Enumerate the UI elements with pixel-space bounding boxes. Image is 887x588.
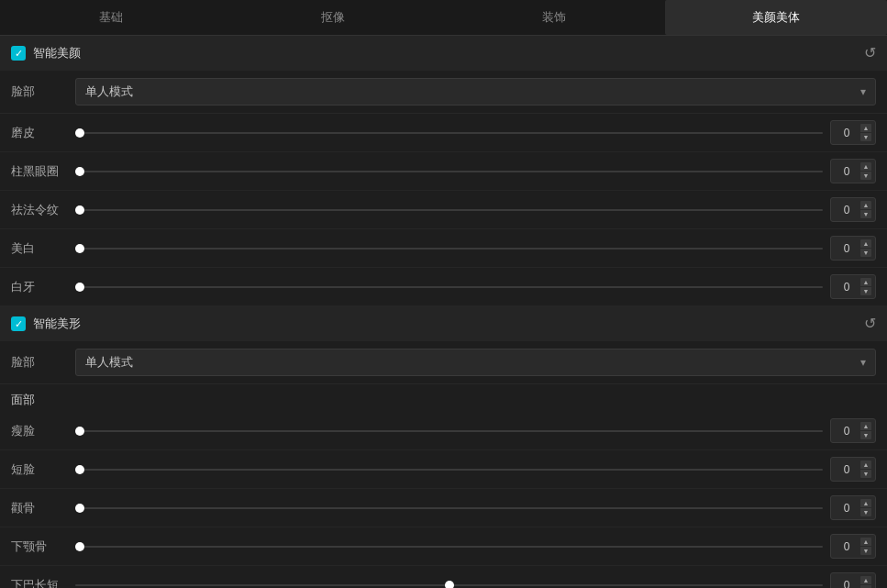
slider-baiya-spinners: ▲ ▼ <box>860 278 871 295</box>
slider-baiya-track[interactable] <box>75 278 823 296</box>
slider-xiaba-label: 下巴长短 <box>11 577 75 589</box>
slider-shoualian-up[interactable]: ▲ <box>860 422 871 430</box>
slider-zhihei-track[interactable] <box>75 162 823 181</box>
slider-duanlian-input[interactable]: 0 ▲ ▼ <box>830 457 876 482</box>
section2-face-mode: 单人模式 <box>85 354 133 371</box>
slider-shoualian-track[interactable] <box>75 422 823 440</box>
slider-xiayage-up[interactable]: ▲ <box>860 538 871 546</box>
slider-xiayage-down[interactable]: ▼ <box>860 547 871 555</box>
slider-meibai: 美白 0 ▲ ▼ <box>0 229 887 268</box>
slider-duanlian-down[interactable]: ▼ <box>860 470 871 478</box>
slider-xiaba-up[interactable]: ▲ <box>860 576 871 584</box>
slider-xiayage-label: 下颚骨 <box>11 538 75 555</box>
slider-falaling-down[interactable]: ▼ <box>860 210 871 218</box>
slider-shoualian-spinners: ▲ ▼ <box>860 422 871 439</box>
slider-xiagu-down[interactable]: ▼ <box>860 508 871 516</box>
slider-baiya-value: 0 <box>835 281 859 294</box>
slider-duanlian-track[interactable] <box>75 460 823 479</box>
slider-meibai-track[interactable] <box>75 239 823 258</box>
slider-mobi-up[interactable]: ▲ <box>860 124 871 132</box>
section1-face-label: 脸部 <box>11 83 75 100</box>
slider-shoualian-input[interactable]: 0 ▲ ▼ <box>830 418 876 443</box>
slider-xiagu-value: 0 <box>835 502 859 515</box>
slider-xiayage-spinners: ▲ ▼ <box>860 538 871 555</box>
slider-falaling-thumb[interactable] <box>75 205 84 215</box>
section1-title: ✓ 智能美颜 <box>11 45 81 61</box>
slider-meibai-spinners: ▲ ▼ <box>860 239 871 257</box>
slider-xiaba-spinners: ▲ ▼ <box>860 576 871 588</box>
slider-xiayage-input[interactable]: 0 ▲ ▼ <box>830 534 876 559</box>
slider-mobi-spinners: ▲ ▼ <box>860 124 871 141</box>
section1-face-select[interactable]: 单人模式 ▾ <box>75 78 876 105</box>
section-beauty-face: ✓ 智能美颜 ↺ 脸部 单人模式 ▾ 磨皮 0 ▲ ▼ 柱黑眼圈 <box>0 36 887 306</box>
slider-mobi-label: 磨皮 <box>11 125 75 141</box>
slider-zhihei-label: 柱黑眼圈 <box>11 163 75 180</box>
slider-xiaba-input[interactable]: 0 ▲ ▼ <box>830 572 876 588</box>
slider-xiagu-up[interactable]: ▲ <box>860 499 871 507</box>
slider-zhihei-thumb[interactable] <box>75 167 84 176</box>
slider-meibai-input[interactable]: 0 ▲ ▼ <box>830 236 876 261</box>
slider-zhihei-spinners: ▲ ▼ <box>860 162 871 180</box>
tab-basic[interactable]: 基础 <box>0 0 222 35</box>
section2-face-row: 脸部 单人模式 ▾ <box>0 341 887 384</box>
section2-checkbox[interactable]: ✓ <box>11 316 26 331</box>
tab-image[interactable]: 抠像 <box>222 0 444 35</box>
top-tabs: 基础 抠像 装饰 美颜美体 <box>0 0 887 36</box>
section1-checkbox[interactable]: ✓ <box>11 46 26 61</box>
slider-baiya-thumb[interactable] <box>75 283 84 292</box>
slider-duanlian-label: 短脸 <box>11 461 75 478</box>
slider-baiya-up[interactable]: ▲ <box>860 278 871 286</box>
slider-xiagu-track[interactable] <box>75 499 823 517</box>
slider-mobi: 磨皮 0 ▲ ▼ <box>0 114 887 152</box>
slider-falaling-up[interactable]: ▲ <box>860 201 871 209</box>
slider-xiagu-input[interactable]: 0 ▲ ▼ <box>830 495 876 520</box>
slider-meibai-value: 0 <box>835 242 859 255</box>
slider-xiagu-thumb[interactable] <box>75 504 84 513</box>
slider-duanlian-value: 0 <box>835 463 859 476</box>
section1-header: ✓ 智能美颜 ↺ <box>0 36 887 71</box>
section1-face-mode: 单人模式 <box>85 83 133 100</box>
section2-title: ✓ 智能美形 <box>11 316 81 332</box>
section1-reset[interactable]: ↺ <box>864 46 876 61</box>
slider-xiayage-thumb[interactable] <box>75 542 84 551</box>
section2-chevron-icon: ▾ <box>860 356 866 369</box>
slider-xiagu: 颧骨 0 ▲ ▼ <box>0 489 887 527</box>
tab-decor[interactable]: 装饰 <box>444 0 666 35</box>
slider-duanlian: 短脸 0 ▲ ▼ <box>0 450 887 489</box>
slider-xiaba: 下巴长短 0 ▲ ▼ <box>0 566 887 588</box>
slider-duanlian-thumb[interactable] <box>75 465 84 474</box>
slider-duanlian-spinners: ▲ ▼ <box>860 460 871 478</box>
slider-xiayage: 下颚骨 0 ▲ ▼ <box>0 527 887 566</box>
section1-face-row: 脸部 单人模式 ▾ <box>0 71 887 114</box>
slider-zhihei-input[interactable]: 0 ▲ ▼ <box>830 159 876 183</box>
slider-xiaba-thumb[interactable] <box>445 581 454 589</box>
slider-meibai-down[interactable]: ▼ <box>860 249 871 257</box>
slider-xiayage-track[interactable] <box>75 538 823 556</box>
slider-baiya-label: 白牙 <box>11 279 75 295</box>
slider-xiaba-track[interactable] <box>75 576 823 589</box>
section2-header: ✓ 智能美形 ↺ <box>0 306 887 341</box>
slider-meibai-label: 美白 <box>11 240 75 257</box>
slider-falaling-value: 0 <box>835 204 859 216</box>
slider-falaling-input[interactable]: 0 ▲ ▼ <box>830 197 876 222</box>
slider-falaling-track[interactable] <box>75 201 823 219</box>
slider-baiya-down[interactable]: ▼ <box>860 287 871 295</box>
slider-zhihei-down[interactable]: ▼ <box>860 172 871 180</box>
tab-beauty[interactable]: 美颜美体 <box>665 0 887 35</box>
slider-meibai-up[interactable]: ▲ <box>860 239 871 248</box>
section2-face-select[interactable]: 单人模式 ▾ <box>75 349 876 376</box>
slider-mobi-track[interactable] <box>75 124 823 142</box>
slider-mobi-down[interactable]: ▼ <box>860 133 871 141</box>
slider-baiya-input[interactable]: 0 ▲ ▼ <box>830 274 876 299</box>
slider-shoualian-thumb[interactable] <box>75 427 84 436</box>
slider-duanlian-up[interactable]: ▲ <box>860 460 871 469</box>
slider-meibai-thumb[interactable] <box>75 244 84 253</box>
section2-reset[interactable]: ↺ <box>864 316 876 331</box>
slider-shoualian-down[interactable]: ▼ <box>860 431 871 439</box>
slider-xiagu-label: 颧骨 <box>11 500 75 516</box>
slider-zhihei-up[interactable]: ▲ <box>860 162 871 171</box>
slider-mobi-input[interactable]: 0 ▲ ▼ <box>830 120 876 145</box>
slider-mobi-thumb[interactable] <box>75 128 84 138</box>
section2-face-label: 脸部 <box>11 354 75 371</box>
slider-xiaba-value: 0 <box>835 579 859 589</box>
